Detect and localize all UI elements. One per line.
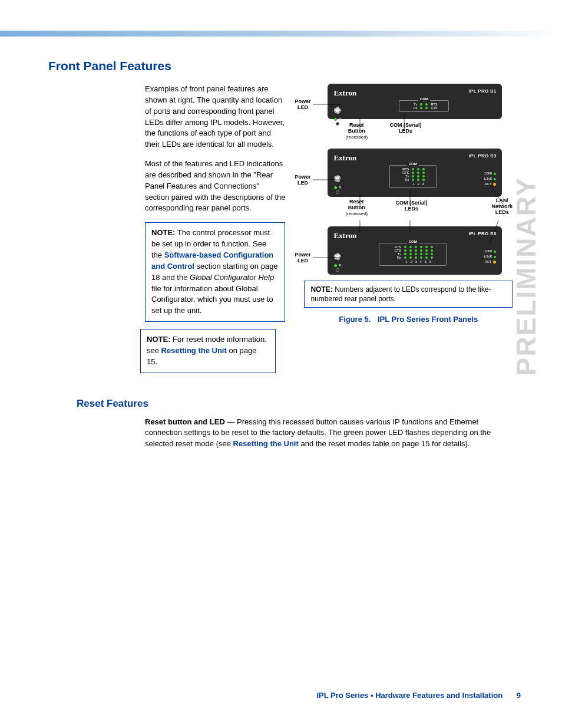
com-title: COM [407, 240, 419, 243]
link-resetting-unit[interactable]: Resetting the Unit [161, 346, 227, 355]
model-label: IPL PRO S3 [469, 153, 497, 163]
note1-post: file for information about Global Config… [151, 284, 273, 315]
lan-act: ACT [484, 182, 491, 187]
note-label: NOTE: [151, 228, 175, 237]
lan-link: LINK [484, 176, 492, 182]
led-icon [420, 103, 422, 106]
com-grid-s3: COM RTS CTS Tx Rx 123 [389, 165, 437, 188]
note1-italic: Global Configurator Help [190, 273, 274, 282]
col-num: 2 [411, 260, 412, 263]
intro-paragraph-2: Most of the features and LED indications… [145, 159, 285, 214]
com-title: COM [407, 162, 419, 166]
cts-label: CTS [431, 106, 439, 110]
lan-block: 1000 LINK ACT [484, 249, 496, 265]
led-icon [425, 103, 428, 106]
diagram-note-text: Numbers adjacent to LEDs correspond to t… [310, 285, 491, 303]
col-num: 2 [418, 182, 419, 186]
device-panel-s1: Extron IPL PRO S1 ✺ R COM TxRTS [328, 84, 502, 119]
device-panel-s3: Extron IPL PRO S3 ✺ R COM RTS [328, 149, 502, 197]
callout-com-leds: COM (Serial)LEDs [395, 200, 427, 212]
col-num: 6 [429, 260, 431, 263]
figure-caption: Figure 5. IPL Pro Series Front Panels [297, 315, 520, 324]
com-grid-s1: COM TxRTS RxCTS [399, 100, 449, 112]
section-title: Front Panel Features [48, 59, 520, 73]
page-number: 9 [517, 691, 521, 700]
callout-power-led: PowerLED [295, 174, 310, 186]
brand-logo: Extron [333, 231, 356, 241]
r-label: R [339, 117, 341, 121]
link-resetting-unit-2[interactable]: Resetting the Unit [233, 439, 299, 448]
model-label: IPL PRO S1 [469, 88, 497, 98]
col-num: 3 [415, 260, 417, 263]
note-box-reset: NOTE: For reset mode information, see Re… [140, 329, 276, 373]
lan-link: LINK [484, 254, 492, 259]
brand-logo: Extron [333, 88, 356, 98]
top-gradient-bar [0, 31, 562, 37]
callout-reset-button: ResetButton(recessed) [345, 123, 368, 140]
lan-1000: 1000 [484, 249, 492, 254]
com-title: COM [418, 97, 430, 101]
led-icon [425, 107, 428, 109]
note-label: NOTE: [147, 335, 170, 344]
power-star-icon: ✺ [333, 105, 341, 116]
reset-hole-icon [336, 190, 339, 194]
power-star-icon: ✺ [333, 173, 341, 185]
com-grid-s6: COM RTS CTS Tx Rx 123456 [379, 243, 447, 266]
reset-hole-icon [336, 122, 339, 126]
intro-paragraph-1: Examples of front panel features are sho… [145, 84, 285, 150]
note-label: NOTE: [310, 285, 332, 294]
power-led-icon [334, 186, 337, 189]
power-led-icon [334, 264, 337, 267]
reset-paragraph: Reset button and LED — Pressing this rec… [145, 417, 504, 450]
reset-lead: Reset button and LED [145, 417, 225, 426]
model-label: IPL PRO S6 [469, 231, 497, 241]
reset-sep: — [225, 417, 237, 426]
recessed-label: (recessed) [345, 211, 368, 216]
callout-reset-button: ResetButton(recessed) [345, 199, 368, 217]
r-label: R [339, 186, 341, 189]
col-num: 3 [422, 182, 424, 186]
callout-power-led: PowerLED [295, 252, 310, 264]
callout-power-led: PowerLED [295, 99, 310, 111]
note-box-setup: NOTE: The control processor must be set … [145, 222, 285, 322]
rx-label: Rx [393, 256, 401, 259]
power-star-icon: ✺ [333, 251, 341, 262]
power-led-icon [334, 118, 337, 121]
rx-label: Rx [409, 106, 417, 110]
diagram-note: NOTE: Numbers adjacent to LEDs correspon… [304, 281, 513, 308]
col-num: 4 [420, 260, 422, 263]
lan-block: 1000 LINK ACT [484, 171, 496, 187]
rx-label: Rx [401, 178, 409, 182]
figure-number: Figure 5. [339, 315, 371, 324]
col-num: 1 [406, 260, 408, 263]
figure-front-panels: PowerLED Extron IPL PRO S1 ✺ R [297, 84, 520, 380]
r-label: R [339, 263, 341, 267]
figure-title: IPL Pro Series Front Panels [378, 315, 478, 324]
lan-act: ACT [484, 259, 491, 265]
recessed-label: (recessed) [345, 134, 368, 140]
reset-hole-icon [336, 268, 339, 272]
reset-body2: and the reset modes table on page 15 for… [299, 439, 470, 448]
device-panel-s6: Extron IPL PRO S6 ✺ R COM RTS [328, 226, 502, 275]
page-footer: IPL Pro Series • Hardware Features and I… [316, 691, 521, 700]
callout-lan-leds: LAN/NetworkLEDs [491, 198, 513, 216]
subsection-title-reset: Reset Features [77, 398, 520, 410]
led-icon [420, 107, 422, 109]
col-num: 5 [425, 260, 427, 263]
footer-text: IPL Pro Series • Hardware Features and I… [316, 691, 503, 700]
callout-com-leds: COM (Serial)LEDs [389, 123, 421, 134]
col-num: 1 [413, 182, 415, 186]
brand-logo: Extron [333, 153, 356, 163]
lan-1000: 1000 [484, 171, 492, 176]
